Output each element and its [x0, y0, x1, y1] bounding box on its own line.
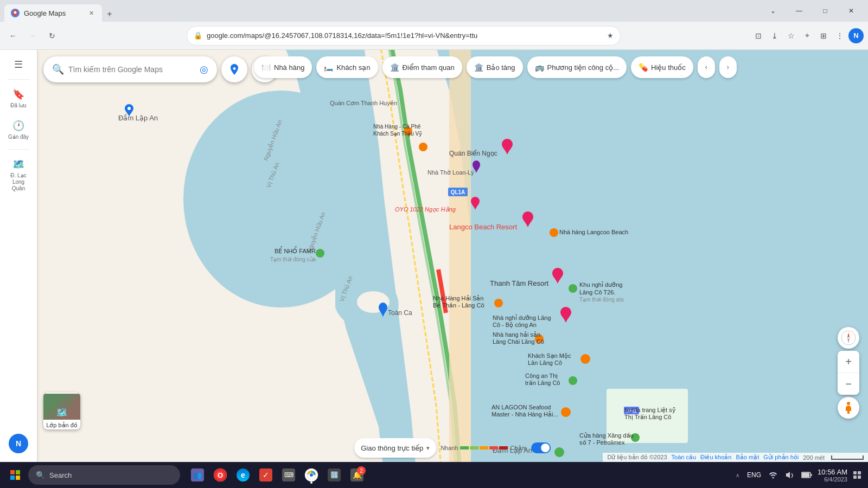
layer-button[interactable]: 🗺️ Lớp bản đồ [43, 393, 80, 429]
zoom-in-btn[interactable]: + [838, 351, 859, 373]
window-controls: ⌄ — □ ✕ [761, 2, 864, 20]
hotel-icon: 🛏️ [324, 63, 333, 72]
language-indicator[interactable]: ENG [745, 469, 763, 481]
tab-favicon [11, 9, 20, 17]
svg-point-51 [561, 407, 571, 417]
taskbar-app-notification[interactable]: 🔔 2 [346, 464, 368, 486]
svg-text:OYO 1022 Ngọc Hằng: OYO 1022 Ngọc Hằng [395, 206, 456, 213]
time-text: 10:56 AM [818, 468, 847, 476]
reload-button[interactable]: ↻ [43, 27, 61, 44]
taskbar-search[interactable]: 🔍 Search [28, 465, 180, 485]
svg-rect-77 [853, 471, 857, 474]
scale-bar [831, 455, 864, 460]
menu-icon: ☰ [14, 59, 23, 70]
terms-link2[interactable]: Điều khoản [700, 454, 731, 461]
taskbar-time-display[interactable]: 10:56 AM 6/4/2023 [818, 468, 847, 483]
museum-icon: 🏛️ [474, 63, 483, 72]
screenshot-icon[interactable]: ⤓ [767, 28, 782, 43]
maximize-btn[interactable]: □ [813, 2, 838, 20]
streetview-btn[interactable] [838, 397, 859, 419]
search-input-box[interactable]: 🔍 ◎ [43, 56, 217, 82]
directions-button[interactable] [221, 56, 247, 82]
chip-hotel[interactable]: 🛏️ Khách sạn [316, 56, 378, 78]
chip-attractions[interactable]: 🏛️ Điểm tham quan [382, 56, 462, 78]
minimize-btn[interactable]: — [787, 2, 812, 20]
traffic-toggle[interactable] [531, 442, 551, 453]
url-bar[interactable]: 🔒 google.com/maps/@16.2457067,108.071831… [187, 26, 621, 46]
sidebar-recent-btn[interactable]: 🕐 Gần đây [3, 115, 34, 145]
forward-button[interactable]: → [24, 27, 41, 44]
taskbar-app-opera[interactable]: O [209, 464, 231, 486]
taskbar-app-chrome[interactable] [301, 464, 322, 486]
chip-museum[interactable]: 🏛️ Bảo tàng [467, 56, 523, 78]
svg-text:Cửa hàng Xăng dầu: Cửa hàng Xăng dầu [579, 432, 634, 439]
svg-point-72 [310, 473, 313, 477]
back-button[interactable]: ← [4, 27, 22, 44]
chip-transit[interactable]: 🚌 Phương tiện công cộ... [527, 56, 627, 78]
close-btn[interactable]: ✕ [839, 2, 864, 20]
map-area[interactable]: QL1A AH1 Nguyễn Hữu An Nguyễn Hữu An Vị … [37, 50, 868, 462]
new-tab-button[interactable]: + [102, 7, 117, 22]
terms-link[interactable]: Toàn cầu [672, 454, 697, 461]
network-icon[interactable] [767, 468, 780, 481]
svg-point-60 [554, 447, 564, 457]
tab-list-btn[interactable]: ⌄ [761, 2, 786, 20]
tab-close-btn[interactable]: ✕ [87, 9, 95, 17]
sidebar-saved-btn[interactable]: 🔖 Đã lưu [3, 84, 34, 113]
traffic-label: Giao thông trực tiếp [361, 444, 423, 452]
googlelens-icon[interactable]: ⌖ [800, 28, 815, 43]
system-tray-expand[interactable]: ∧ [733, 470, 742, 480]
svg-text:Langco Beach Resort: Langco Beach Resort [449, 223, 517, 231]
cast-icon[interactable]: ⊡ [751, 28, 766, 43]
search-icon: 🔍 [52, 63, 64, 75]
chips-prev-btn[interactable]: ‹ [698, 56, 715, 78]
tab-bar: Google Maps ✕ + [4, 0, 756, 22]
slow-label: Chậm [510, 445, 527, 452]
profile-icon[interactable]: N [848, 28, 864, 43]
restaurant-icon: 🍽️ [261, 63, 271, 72]
compass-btn[interactable] [838, 327, 859, 349]
svg-text:Nhà Thờ Loan-Lý: Nhà Thờ Loan-Lý [427, 169, 474, 176]
svg-text:Làng Chài Lăng Cô: Làng Chài Lăng Cô [493, 338, 544, 345]
menu-icon[interactable]: ⋮ [832, 28, 847, 43]
profile-extensions-icon[interactable]: ⊞ [816, 28, 831, 43]
volume-icon[interactable] [783, 468, 796, 481]
transit-icon: 🚌 [535, 63, 544, 72]
chip-restaurant[interactable]: 🍽️ Nhà hàng [254, 56, 312, 78]
taskbar-app-todoist[interactable]: ✓ [255, 464, 277, 486]
feedback-link[interactable]: Gửi phản hồi [763, 454, 799, 461]
search-input[interactable] [68, 65, 195, 74]
clock-icon: 🕐 [12, 120, 24, 132]
start-button[interactable] [4, 464, 26, 486]
url-text: google.com/maps/@16.2457067,108.0718314,… [207, 31, 603, 40]
sidebar-avatar[interactable]: N [9, 434, 28, 453]
svg-text:Nhà nghỉ dưỡng Lăng: Nhà nghỉ dưỡng Lăng [493, 314, 551, 321]
svg-point-64 [847, 402, 850, 405]
svg-text:Bể Thần - Lăng Cô: Bể Thần - Lăng Cô [433, 301, 484, 309]
notification-center-btn[interactable] [851, 468, 864, 481]
traffic-button[interactable]: Giao thông trực tiếp ▾ [354, 438, 436, 458]
bookmark-icon[interactable]: ☆ [783, 28, 799, 43]
svg-point-16 [127, 107, 131, 110]
svg-text:Nhà hang hải sản: Nhà hang hải sản [493, 331, 540, 338]
svg-text:Khu nghỉ dưỡng: Khu nghỉ dưỡng [579, 281, 622, 288]
sidebar-menu-btn[interactable]: ☰ [3, 54, 34, 75]
active-tab[interactable]: Google Maps ✕ [4, 4, 102, 22]
chips-next-btn[interactable]: › [719, 56, 737, 78]
toolbar-icons: ⊡ ⤓ ☆ ⌖ ⊞ ⋮ N [751, 28, 864, 43]
taskbar-app-edge[interactable]: e [232, 464, 254, 486]
chip-pharmacy[interactable]: 💊 Hiệu thuốc [631, 56, 693, 78]
battery-icon[interactable] [799, 470, 814, 480]
svg-text:Đầm Lập An: Đầm Lập An [118, 114, 158, 122]
privacy-link[interactable]: Bảo mật [736, 454, 759, 461]
svg-rect-67 [10, 476, 15, 480]
taskbar-app-calculator[interactable]: 🔢 [323, 464, 345, 486]
sidebar-map-btn[interactable]: 🗺️ Đ. LạcLong Quân [3, 154, 34, 196]
taskbar-app-keyboard[interactable]: ⌨ [278, 464, 299, 486]
svg-text:AN LAGOON Seafood: AN LAGOON Seafood [492, 404, 551, 410]
zoom-out-btn[interactable]: − [838, 373, 859, 395]
taskbar: 🔍 Search 👥 O e ✓ ⌨ [0, 462, 868, 488]
sidebar-divider [8, 79, 29, 80]
taskbar-app-teams[interactable]: 👥 [187, 464, 208, 486]
svg-rect-65 [10, 470, 15, 474]
